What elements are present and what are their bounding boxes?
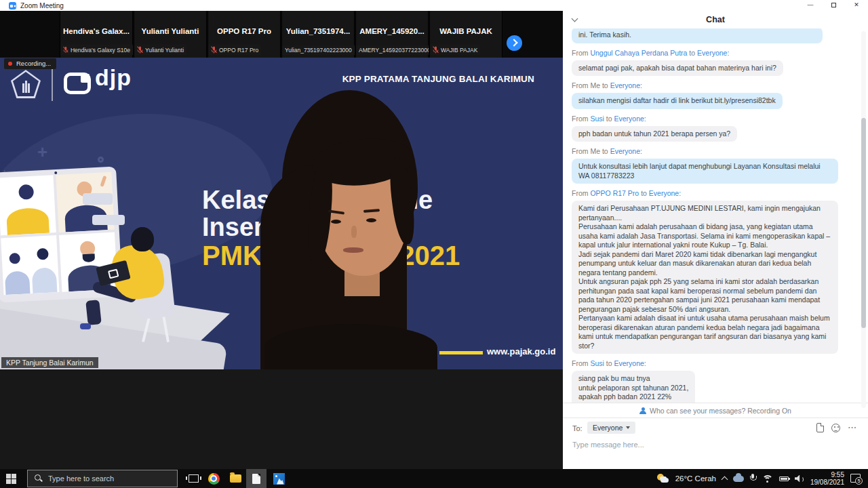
chevron-down-icon <box>626 426 630 429</box>
illustrated-person <box>131 227 154 251</box>
illustrated-person <box>80 323 91 329</box>
tray-expand-icon[interactable] <box>721 476 728 483</box>
participant-name: Hendiva's Galax... <box>60 27 132 35</box>
message-bubble: selamat pagi pak, apakah bisa dapat baha… <box>572 60 783 77</box>
chat-message: From OPPO R17 Pro to Everyone:Kami dari … <box>572 189 838 354</box>
participant-name: AMERY_145920... <box>356 27 428 35</box>
onedrive-icon[interactable] <box>733 476 744 482</box>
document-app-icon[interactable] <box>246 469 267 488</box>
wifi-icon[interactable] <box>762 475 773 483</box>
message-bubble: siang pak bu mau tnya untuk pelaporan sp… <box>572 371 695 403</box>
file-attach-icon[interactable] <box>816 423 824 432</box>
scrollbar-thumb[interactable] <box>861 118 866 328</box>
task-view-button[interactable] <box>183 469 203 488</box>
recipient-dropdown[interactable]: Everyone <box>587 422 635 434</box>
muted-mic-icon <box>433 46 439 54</box>
taskbar-clock[interactable]: 9:55 19/08/2021 <box>810 471 844 486</box>
chat-message-input[interactable] <box>572 441 830 449</box>
clock-time: 9:55 <box>831 471 844 479</box>
speech-bubble <box>83 193 113 205</box>
file-explorer-icon[interactable] <box>225 469 245 488</box>
sender-name[interactable]: OPPO R17 Pro <box>590 189 641 197</box>
speaker-webcam <box>250 90 480 369</box>
recipient-name[interactable]: Everyone: <box>649 189 681 197</box>
participant-name: OPPO R17 Pro <box>208 27 280 35</box>
message-bubble: Untuk konsultasi lebih lanjut dapat meng… <box>572 159 838 184</box>
volume-icon[interactable] <box>795 475 804 483</box>
message-sender-line: From Susi to Everyone: <box>572 359 838 368</box>
maximize-button[interactable] <box>822 0 845 11</box>
video-tile-couple <box>1 235 59 296</box>
recipient-name[interactable]: Everyone: <box>610 147 642 155</box>
chat-message: ini. Terima kasih. <box>572 28 838 43</box>
muted-mic-icon <box>137 46 143 54</box>
photos-app-icon[interactable] <box>269 469 289 488</box>
microphone-icon[interactable] <box>750 474 756 483</box>
participant-name: Yulianti Yulianti <box>134 27 206 35</box>
recording-indicator[interactable]: Recording... <box>4 58 56 69</box>
chat-message: From Me to Everyone:silahkan mengisi daf… <box>572 81 838 109</box>
recording-label: Recording... <box>16 60 51 67</box>
main-video: Recording... djp KPP PRATAMA TANJUNG BAL… <box>0 58 563 369</box>
emoji-icon[interactable] <box>831 424 840 432</box>
muted-mic-icon <box>211 46 217 54</box>
recipient-name[interactable]: Everyone: <box>614 359 646 367</box>
recipient-name[interactable]: Everyone: <box>697 49 729 57</box>
person-icon <box>639 407 646 414</box>
chat-message: From Me to Everyone:Untuk konsultasi leb… <box>572 147 838 184</box>
more-options-icon[interactable]: ⋯ <box>848 424 857 431</box>
window-title: Zoom Meeting <box>20 2 64 9</box>
recipient-name[interactable]: Everyone: <box>614 115 646 123</box>
chat-scrollbar[interactable] <box>861 31 866 408</box>
website-url: www.pajak.go.id <box>487 346 555 357</box>
speech-bubble <box>92 215 125 225</box>
participant-name: Yulian_7351974... <box>282 27 354 35</box>
chat-input-area: To: Everyone ⋯ <box>563 419 868 469</box>
chat-message-list[interactable]: ini. Terima kasih.From Unggul Cahaya Per… <box>563 28 868 403</box>
speaker-shoulder <box>264 324 437 369</box>
message-bubble: ini. Terima kasih. <box>572 28 823 43</box>
minimize-button[interactable]: — <box>799 0 822 11</box>
participant-tile[interactable]: OPPO R17 ProOPPO R17 Pro <box>208 11 281 58</box>
battery-icon[interactable] <box>779 476 789 481</box>
message-bubble: pph badan untuk tahun 2021 berapa persen… <box>572 126 737 142</box>
taskbar-search[interactable] <box>27 470 178 487</box>
video-tile-woman <box>0 175 56 235</box>
participant-tile[interactable]: Hendiva's Galax...Hendiva's Galaxy S10e <box>60 11 133 58</box>
notification-badge: 5 <box>855 477 863 485</box>
sender-name[interactable]: Susi <box>590 359 606 367</box>
message-bubble: Kami dari Perusahaan PT.UJUNG MEDINI LES… <box>572 201 838 354</box>
weather-text[interactable]: 26°C Cerah <box>675 474 716 483</box>
participant-tile[interactable]: AMERY_145920...AMERY_145920377223000 <box>355 11 429 58</box>
clock-date: 19/08/2021 <box>810 479 844 486</box>
speaker-face <box>351 226 357 238</box>
sender-name[interactable]: Unggul Cahaya Perdana Putra <box>590 49 689 57</box>
weather-icon[interactable] <box>657 473 669 484</box>
chat-privacy-status: Who can see your messages? Recording On <box>563 403 868 418</box>
active-speaker-name: KPP Tanjung Balai Karimun <box>1 357 98 368</box>
chat-message: From Susi to Everyone:siang pak bu mau t… <box>572 359 838 403</box>
participant-tile[interactable]: Yulian_7351974...Yulian_735197402223000 <box>281 11 355 58</box>
participant-tile[interactable]: WAJIB PAJAKWAJIB PAJAK <box>429 11 502 58</box>
participant-label: OPPO R17 Pro <box>208 45 261 55</box>
message-sender-line: From Me to Everyone: <box>572 81 838 90</box>
close-button[interactable]: ✕ <box>845 0 868 11</box>
action-center-icon[interactable]: 5 <box>850 474 861 483</box>
message-sender-line: From OPPO R17 Pro to Everyone: <box>572 189 838 198</box>
recipient-name[interactable]: Everyone: <box>610 81 642 89</box>
sender-name[interactable]: Susi <box>590 115 606 123</box>
participant-label: Yulianti Yulianti <box>134 45 186 55</box>
zoom-app-icon <box>9 2 16 9</box>
next-participants-button[interactable] <box>507 35 522 51</box>
chrome-icon[interactable] <box>203 469 224 488</box>
djp-logo-text: djp <box>95 64 132 91</box>
speaker-face <box>366 218 376 222</box>
windows-taskbar: 26°C Cerah 9:55 19/08/2021 5 <box>0 469 868 488</box>
start-button[interactable] <box>6 474 16 484</box>
recipient-value: Everyone <box>593 424 623 432</box>
office-title: KPP PRATAMA TANJUNG BALAI KARIMUN <box>342 74 534 84</box>
participant-label: Yulian_735197402223000 <box>282 45 355 55</box>
search-input[interactable] <box>48 474 163 483</box>
chat-panel: Chat ini. Terima kasih.From Unggul Cahay… <box>563 11 868 469</box>
participant-tile[interactable]: Yulianti YuliantiYulianti Yulianti <box>134 11 207 58</box>
